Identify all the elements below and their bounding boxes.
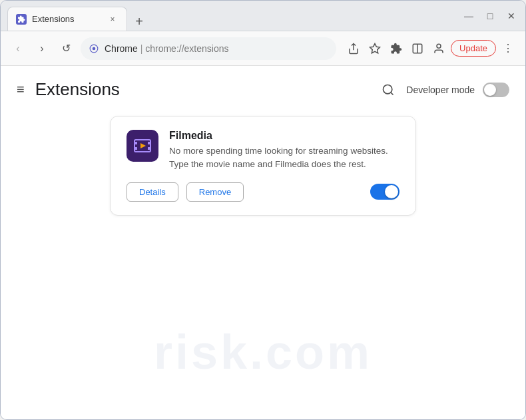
extension-logo bbox=[127, 130, 158, 162]
window-controls: — □ ✕ bbox=[461, 9, 519, 23]
address-text: Chrome | chrome://extensions bbox=[105, 43, 229, 54]
extension-toggle[interactable] bbox=[370, 184, 399, 200]
site-icon bbox=[89, 43, 99, 54]
extension-name: Filmedia bbox=[169, 130, 399, 142]
remove-button[interactable]: Remove bbox=[186, 182, 244, 202]
toolbar-icons: Update ⋮ bbox=[344, 39, 517, 58]
tab-label: Extensions bbox=[32, 14, 75, 24]
update-label: Update bbox=[459, 43, 487, 53]
reload-button[interactable]: ↺ bbox=[57, 39, 75, 58]
address-domain: Chrome bbox=[105, 43, 138, 54]
bookmark-button[interactable] bbox=[366, 39, 384, 58]
details-button[interactable]: Details bbox=[127, 182, 178, 202]
title-bar: Extensions × + — □ ✕ bbox=[1, 1, 525, 31]
tab-close-button[interactable]: × bbox=[107, 13, 119, 25]
card-bottom: Details Remove bbox=[127, 182, 399, 202]
extension-toggle-knob bbox=[385, 185, 398, 198]
card-top: Filmedia No more spending time looking f… bbox=[127, 130, 399, 172]
address-bar[interactable]: Chrome | chrome://extensions bbox=[81, 37, 336, 60]
developer-mode-label: Developer mode bbox=[406, 85, 475, 95]
page-content: ≡ Extensions Developer mode bbox=[1, 66, 525, 419]
toggle-knob bbox=[484, 84, 496, 96]
svg-marker-13 bbox=[140, 143, 146, 148]
svg-point-1 bbox=[93, 47, 96, 50]
extension-description: No more spending time looking for stream… bbox=[169, 144, 399, 172]
extension-card: Filmedia No more spending time looking f… bbox=[110, 116, 416, 216]
svg-marker-2 bbox=[370, 43, 380, 53]
svg-rect-12 bbox=[148, 147, 150, 150]
more-options-button[interactable]: ⋮ bbox=[499, 39, 517, 58]
search-button[interactable] bbox=[378, 80, 398, 100]
card-info: Filmedia No more spending time looking f… bbox=[169, 130, 399, 172]
extensions-header: ≡ Extensions Developer mode bbox=[17, 79, 509, 100]
new-tab-button[interactable]: + bbox=[130, 12, 148, 31]
maximize-button[interactable]: □ bbox=[483, 9, 497, 23]
tab-extension-icon bbox=[16, 14, 27, 25]
svg-rect-11 bbox=[148, 142, 150, 144]
update-button[interactable]: Update bbox=[451, 40, 496, 57]
back-button[interactable]: ‹ bbox=[9, 39, 27, 58]
minimize-button[interactable]: — bbox=[461, 9, 476, 23]
address-path: chrome://extensions bbox=[145, 43, 228, 54]
active-tab[interactable]: Extensions × bbox=[7, 7, 127, 31]
forward-button[interactable]: › bbox=[33, 39, 51, 58]
hamburger-menu-icon[interactable]: ≡ bbox=[17, 82, 25, 97]
split-view-button[interactable] bbox=[408, 39, 427, 58]
page-title: Extensions bbox=[35, 79, 120, 100]
address-bar-row: ‹ › ↺ Chrome | chrome://extensions bbox=[1, 31, 525, 66]
svg-point-6 bbox=[384, 85, 392, 93]
share-button[interactable] bbox=[344, 39, 363, 58]
developer-mode-toggle[interactable] bbox=[483, 83, 509, 97]
profile-button[interactable] bbox=[429, 39, 448, 58]
browser-window: Extensions × + — □ ✕ ‹ › ↺ Chrome | chro… bbox=[0, 0, 526, 420]
watermark: risk.com bbox=[154, 325, 372, 379]
close-button[interactable]: ✕ bbox=[504, 9, 519, 23]
extensions-page: ≡ Extensions Developer mode bbox=[1, 66, 525, 419]
extensions-title-area: ≡ Extensions bbox=[17, 79, 120, 100]
svg-line-7 bbox=[391, 92, 394, 95]
svg-point-5 bbox=[437, 44, 441, 48]
tab-area: Extensions × + bbox=[7, 1, 461, 31]
extensions-button[interactable] bbox=[387, 39, 405, 58]
svg-rect-10 bbox=[134, 147, 137, 150]
header-right: Developer mode bbox=[378, 80, 509, 100]
svg-rect-9 bbox=[134, 142, 137, 144]
